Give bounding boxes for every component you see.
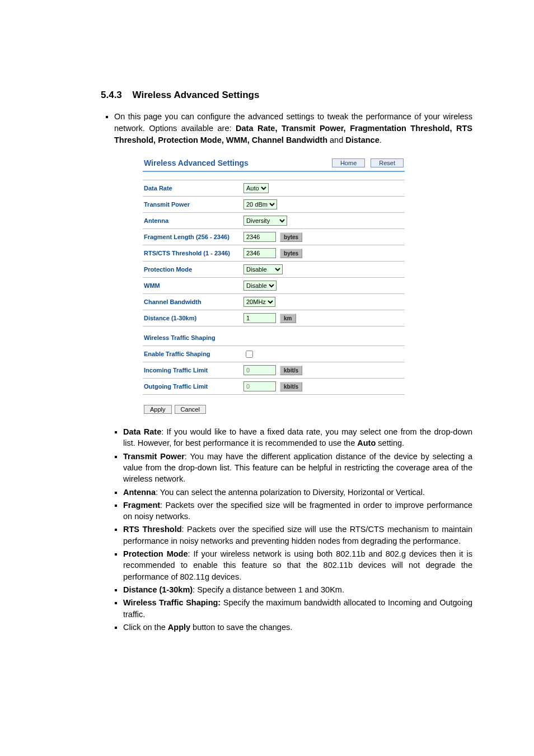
transmit-power-select[interactable]: 20 dBm (243, 199, 277, 209)
desc-rts-threshold: RTS Threshold: Packets over the specifie… (123, 524, 472, 547)
row-protection-mode: Protection Mode Disable (143, 261, 405, 277)
settings-rows: Data Rate Auto Transmit Power 20 dBm Ant… (143, 180, 405, 326)
outgoing-limit-input (243, 381, 276, 391)
section-number: 5.4.3 (101, 90, 122, 101)
unit-kbits: kbit/s (280, 366, 302, 375)
row-distance: Distance (1-30km) km (143, 310, 405, 326)
unit-bytes: bytes (280, 232, 302, 242)
shaping-rows: Enable Traffic Shaping Incoming Traffic … (143, 346, 405, 395)
antenna-select[interactable]: Diversity (243, 216, 287, 226)
row-transmit-power: Transmit Power 20 dBm (143, 196, 405, 212)
protection-mode-select[interactable]: Disable (243, 264, 283, 274)
wmm-select[interactable]: Disable (243, 281, 277, 291)
enable-shaping-checkbox[interactable] (246, 351, 253, 358)
row-channel-bandwidth: Channel Bandwidth 20MHz (143, 293, 405, 310)
row-enable-shaping: Enable Traffic Shaping (143, 346, 405, 362)
reset-button[interactable]: Reset (371, 158, 404, 167)
apply-button[interactable]: Apply (144, 405, 172, 414)
panel-title: Wireless Advanced Settings (144, 158, 249, 167)
desc-distance: Distance (1-30km): Specify a distance be… (123, 584, 472, 595)
row-rts-threshold: RTS/CTS Threshold (1 - 2346) bytes (143, 245, 405, 261)
channel-bandwidth-select[interactable]: 20MHz (243, 297, 275, 307)
desc-protection-mode: Protection Mode: If your wireless networ… (123, 548, 472, 582)
label-channel-bandwidth: Channel Bandwidth (144, 298, 243, 305)
unit-bytes: bytes (280, 249, 302, 258)
panel-divider (143, 171, 405, 172)
distance-input[interactable] (243, 313, 276, 323)
settings-panel: Wireless Advanced Settings Home Reset Da… (143, 156, 405, 414)
row-data-rate: Data Rate Auto (143, 180, 405, 196)
label-data-rate: Data Rate (144, 185, 243, 192)
section-heading: 5.4.3 Wireless Advanced Settings (101, 90, 472, 101)
row-outgoing-limit: Outgoing Traffic Limit kbit/s (143, 378, 405, 394)
label-fragment-length: Fragment Length (256 - 2346) (144, 234, 243, 240)
document-page: 5.4.3 Wireless Advanced Settings On this… (0, 0, 534, 690)
unit-km: km (280, 314, 296, 323)
row-incoming-limit: Incoming Traffic Limit kbit/s (143, 362, 405, 378)
panel-bottom-buttons: Apply Cancel (144, 405, 404, 414)
description-list: Data Rate: If you would like to have a f… (101, 426, 472, 633)
row-antenna: Antenna Diversity (143, 212, 405, 228)
desc-traffic-shaping: Wireless Traffic Shaping: Specify the ma… (123, 597, 472, 620)
data-rate-select[interactable]: Auto (243, 183, 269, 193)
label-antenna: Antenna (144, 217, 243, 224)
desc-apply: Click on the Apply button to save the ch… (123, 622, 472, 633)
unit-kbits: kbit/s (280, 382, 302, 391)
traffic-shaping-heading: Wireless Traffic Shaping (144, 334, 404, 341)
incoming-limit-input (243, 365, 276, 375)
label-incoming-limit: Incoming Traffic Limit (144, 367, 243, 374)
desc-antenna: Antenna: You can select the antenna pola… (123, 487, 472, 498)
rts-threshold-input[interactable] (243, 248, 276, 258)
panel-top-buttons: Home Reset (332, 158, 404, 167)
label-outgoing-limit: Outgoing Traffic Limit (144, 383, 243, 390)
fragment-length-input[interactable] (243, 232, 276, 242)
desc-data-rate: Data Rate: If you would like to have a f… (123, 426, 472, 449)
label-wmm: WMM (144, 282, 243, 289)
home-button[interactable]: Home (332, 158, 365, 167)
section-title: Wireless Advanced Settings (133, 90, 260, 100)
desc-transmit-power: Transmit Power: You may have the differe… (123, 451, 472, 485)
label-protection-mode: Protection Mode (144, 266, 243, 273)
intro-item: On this page you can configure the advan… (114, 111, 472, 146)
label-rts-threshold: RTS/CTS Threshold (1 - 2346) (144, 250, 243, 256)
desc-fragment: Fragment: Packets over the specified siz… (123, 500, 472, 522)
row-fragment-length: Fragment Length (256 - 2346) bytes (143, 228, 405, 245)
row-wmm: WMM Disable (143, 277, 405, 293)
cancel-button[interactable]: Cancel (175, 405, 206, 414)
panel-header: Wireless Advanced Settings Home Reset (143, 156, 405, 171)
label-enable-shaping: Enable Traffic Shaping (144, 351, 243, 357)
label-transmit-power: Transmit Power (144, 201, 243, 208)
intro-list: On this page you can configure the advan… (101, 111, 472, 146)
label-distance: Distance (1-30km) (144, 315, 243, 321)
